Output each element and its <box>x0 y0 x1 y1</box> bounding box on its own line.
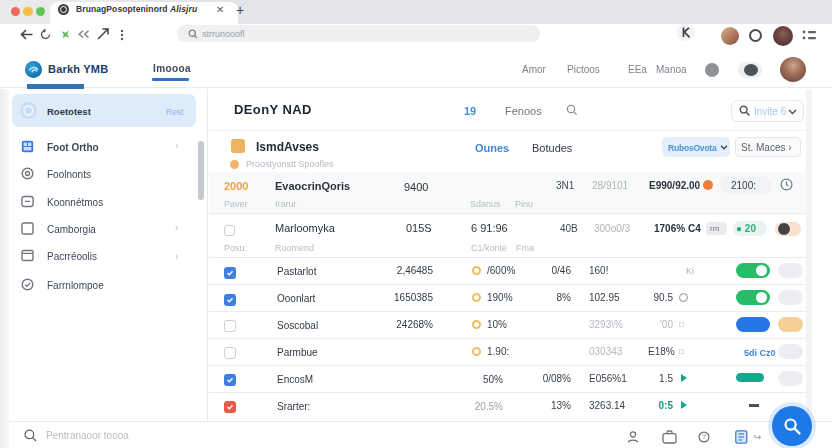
svg-text:?: ? <box>702 433 706 440</box>
